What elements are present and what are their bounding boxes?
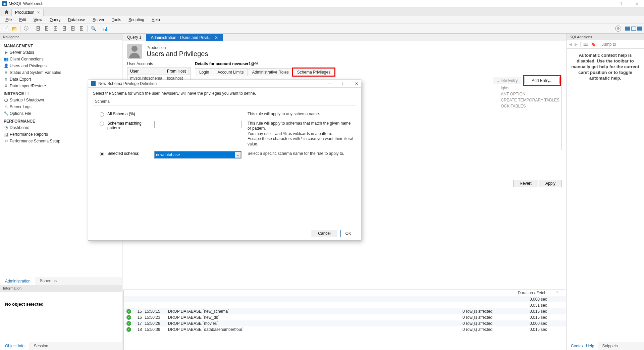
navigator-bottom-tabs: Administration Schemas: [0, 277, 122, 285]
menu-view[interactable]: View: [30, 17, 46, 23]
users-header: Production Users and Privileges: [122, 41, 567, 61]
delete-entry-button[interactable]: …lete Entry: [493, 77, 521, 84]
information-body: No object selected: [0, 292, 122, 342]
add-entry-button[interactable]: Add Entry...: [525, 77, 559, 84]
window-controls: — ☐ ✕: [598, 1, 642, 6]
radio-selected-schema[interactable]: [100, 152, 104, 156]
output-row[interactable]: ✓1515:50:15DROP DATABASE `new_schema`0 r…: [124, 308, 566, 314]
db-icon-1[interactable]: 🗄: [34, 25, 42, 32]
db-icon-2[interactable]: 🗄: [43, 25, 50, 32]
all-schema-desc: This rule will apply to any schema name.: [245, 112, 354, 117]
vars-icon: ≣: [4, 70, 8, 75]
output-row[interactable]: ✓1615:50:23DROP DATABASE `new_db`0 row(s…: [124, 314, 566, 320]
nav-item-server-status[interactable]: ▶Server Status: [0, 49, 122, 56]
app-icon: ▣: [2, 1, 7, 6]
radio-matching-pattern[interactable]: [100, 122, 104, 126]
nav-tab-administration[interactable]: Administration: [0, 277, 35, 285]
schema-select[interactable]: newdatabase ⌄: [154, 151, 241, 159]
app-title: MySQL Workbench: [9, 1, 43, 6]
out-duration: 0.015 sec: [530, 327, 563, 332]
tab-query-1[interactable]: Query 1: [122, 34, 146, 41]
layout-left-panel-icon[interactable]: [625, 27, 630, 31]
menu-file[interactable]: File: [2, 17, 15, 23]
nav-section-management: MANAGEMENT: [0, 42, 122, 49]
radio-all-schema[interactable]: [100, 112, 104, 117]
connection-tab[interactable]: Production ✕: [11, 9, 44, 16]
sql-additions-panel: SQLAdditions ◀ ▶ 📖 🔖 Jump to Automatic c…: [567, 34, 644, 350]
sqladd-tabs: Context Help Snippets: [567, 342, 644, 350]
output-row[interactable]: 0.000 sec: [124, 296, 566, 302]
auto-help-icon[interactable]: 🔖: [591, 42, 596, 47]
logs-icon: ⚠: [4, 104, 8, 109]
info-bottom-tabs: Object Info Session: [0, 342, 122, 350]
output-row[interactable]: ✓1715:50:28DROP DATABASE `movies`0 row(s…: [124, 320, 566, 326]
layout-bottom-panel-icon[interactable]: [631, 27, 636, 31]
tab-snippets[interactable]: Snippets: [598, 342, 622, 350]
schema-select-value: newdatabase: [156, 152, 180, 157]
wrench-icon: 🔧: [4, 111, 8, 116]
apply-button[interactable]: Apply: [539, 180, 562, 187]
cancel-button[interactable]: Cancel: [312, 230, 337, 237]
nav-item-users-privileges[interactable]: 👤Users and Privileges: [0, 62, 122, 69]
dialog-maximize-button[interactable]: ☐: [342, 81, 345, 86]
col-from-host[interactable]: From Host: [164, 68, 189, 75]
inspector-icon[interactable]: ⓘ: [22, 25, 30, 32]
output-row[interactable]: 0.031 sec: [124, 302, 566, 308]
nav-forward-icon[interactable]: ▶: [575, 42, 578, 47]
tab-login[interactable]: Login: [195, 68, 213, 76]
db-icon-4[interactable]: 🗄: [60, 25, 68, 32]
layout-right-panel-icon[interactable]: [637, 27, 642, 31]
tab-administration-users[interactable]: Administration - Users and Privil... ✕: [146, 34, 223, 41]
tab-session[interactable]: Session: [29, 342, 53, 350]
menu-server[interactable]: Server: [89, 17, 108, 23]
menu-query[interactable]: Query: [46, 17, 64, 23]
output-row[interactable]: ✓1815:50:39DROP DATABASE `databasenumber…: [124, 326, 566, 333]
close-window-button[interactable]: ✕: [632, 1, 642, 6]
db-icon-6[interactable]: 🗄: [78, 25, 85, 32]
tab-schema-privileges[interactable]: Schema Privileges: [293, 68, 335, 76]
search-icon[interactable]: 🔍: [90, 25, 97, 32]
col-user[interactable]: User: [127, 68, 164, 75]
out-time: 15:50:39: [145, 327, 168, 332]
tab-object-info[interactable]: Object Info: [0, 342, 29, 350]
chevron-down-icon[interactable]: ⌄: [235, 152, 241, 158]
help-icon[interactable]: 📖: [583, 42, 588, 47]
dashboard-icon[interactable]: 📊: [101, 25, 109, 32]
menu-edit[interactable]: Edit: [16, 17, 30, 23]
revert-button[interactable]: Revert: [513, 180, 538, 187]
menu-help[interactable]: Help: [148, 17, 163, 23]
menu-tools[interactable]: Tools: [108, 17, 124, 23]
tab-account-limits[interactable]: Account Limits: [213, 68, 248, 76]
db-icon-5[interactable]: 🗄: [69, 25, 76, 32]
instance-toggle-icon[interactable]: ☐: [25, 91, 29, 96]
matching-pattern-desc: This rule will apply to schemas that mat…: [245, 121, 354, 147]
new-sql-tab-icon[interactable]: 📄: [2, 25, 9, 32]
dialog-close-button[interactable]: ✕: [355, 81, 358, 86]
menu-database[interactable]: Database: [65, 17, 89, 23]
home-icon[interactable]: [2, 8, 11, 16]
maximize-button[interactable]: ☐: [615, 1, 625, 6]
out-time: 15:50:28: [145, 321, 168, 326]
dialog-minimize-button[interactable]: —: [328, 81, 332, 86]
nav-back-icon[interactable]: ◀: [569, 42, 572, 47]
setup-icon: ⚙: [4, 139, 8, 143]
close-tab-icon[interactable]: ✕: [37, 10, 40, 15]
menu-scripting[interactable]: Scripting: [125, 17, 148, 23]
nav-tab-schemas[interactable]: Schemas: [35, 277, 61, 285]
scroll-up-icon[interactable]: ^: [556, 291, 563, 295]
titlebar: ▣ MySQL Workbench — ☐ ✕: [0, 0, 644, 7]
db-icon-3[interactable]: 🗄: [52, 25, 59, 32]
detail-tabs: Login Account Limits Administrative Role…: [195, 68, 562, 76]
nav-item-status-vars[interactable]: ≣Status and System Variables: [0, 69, 122, 76]
tab-context-help[interactable]: Context Help: [567, 342, 598, 350]
tab-admin-roles[interactable]: Administrative Roles: [248, 68, 293, 76]
nav-item-client-connections[interactable]: 👥Client Connections: [0, 56, 122, 62]
pattern-input[interactable]: [154, 121, 241, 128]
out-affected: 0 row(s) affected: [463, 327, 530, 332]
close-icon[interactable]: ✕: [215, 35, 218, 40]
minimize-button[interactable]: —: [598, 1, 608, 6]
jump-to-label[interactable]: Jump to: [602, 42, 616, 47]
open-sql-icon[interactable]: 📂: [11, 25, 18, 32]
ok-button[interactable]: OK: [340, 230, 356, 237]
gear-icon[interactable]: ⚙: [615, 26, 621, 32]
